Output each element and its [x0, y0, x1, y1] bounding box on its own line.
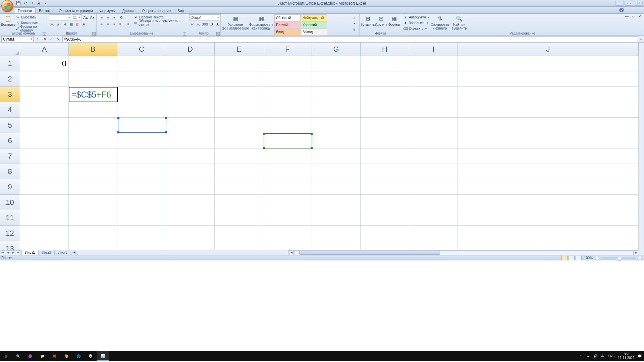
- task-app-5[interactable]: 🌐: [72, 351, 85, 361]
- row-header-11[interactable]: 11: [0, 210, 20, 226]
- cell-C10[interactable]: [117, 195, 166, 210]
- cell-D9[interactable]: [166, 179, 215, 195]
- cell-C8[interactable]: [117, 164, 166, 179]
- merge-center-button[interactable]: ⊞Объединить и поместить в центре: [133, 20, 185, 25]
- cell-H8[interactable]: [361, 164, 409, 179]
- tab-pagelayout[interactable]: Разметка страницы: [56, 8, 96, 13]
- task-app-excel[interactable]: 📊: [97, 351, 109, 361]
- cell-G4[interactable]: [312, 102, 361, 118]
- cell-I5[interactable]: [409, 118, 458, 133]
- style-input[interactable]: Ввод: [274, 28, 301, 35]
- alignment-launcher[interactable]: ↘: [183, 32, 186, 36]
- underline-button[interactable]: Ч: [62, 21, 68, 27]
- format-as-table-button[interactable]: ▦Форматировать как таблицу: [250, 14, 273, 30]
- view-normal-button[interactable]: [561, 256, 568, 260]
- active-cell-editor[interactable]: =$C$5+F6: [69, 87, 118, 102]
- col-header-E[interactable]: E: [215, 43, 263, 56]
- cell-D7[interactable]: [166, 148, 215, 164]
- style-normal[interactable]: Обычный: [274, 14, 301, 21]
- formula-bar-expand[interactable]: ⌄: [638, 36, 644, 42]
- cell-E12[interactable]: [215, 226, 263, 241]
- row-header-5[interactable]: 5: [0, 118, 20, 133]
- cell-extra[interactable]: [458, 164, 639, 179]
- row-header-6[interactable]: 6: [0, 133, 20, 148]
- align-bottom-button[interactable]: ≡: [111, 14, 117, 20]
- cell-F8[interactable]: [263, 164, 312, 179]
- cell-E7[interactable]: [215, 148, 263, 164]
- bold-button[interactable]: Ж: [49, 21, 55, 27]
- style-good[interactable]: Хороший: [301, 21, 327, 28]
- cell-D3[interactable]: [166, 87, 215, 102]
- row-header-2[interactable]: 2: [0, 71, 20, 87]
- sheet-tab-2[interactable]: Лист2: [38, 250, 55, 255]
- col-header-C[interactable]: C: [117, 43, 166, 56]
- row-header-1[interactable]: 1: [0, 56, 20, 71]
- cell-F11[interactable]: [263, 210, 312, 226]
- zoom-in-button[interactable]: +: [638, 256, 642, 260]
- cell-H2[interactable]: [361, 71, 409, 87]
- font-color-button[interactable]: A: [81, 21, 87, 27]
- cell-C12[interactable]: [117, 226, 166, 241]
- col-header-A[interactable]: A: [20, 43, 69, 56]
- percent-button[interactable]: %: [196, 21, 202, 27]
- save-icon[interactable]: 💾: [15, 1, 21, 6]
- cell-G8[interactable]: [312, 164, 361, 179]
- task-app-2[interactable]: 📁: [36, 351, 48, 361]
- font-name-combo[interactable]: ▾: [49, 14, 71, 20]
- align-center-button[interactable]: ≡: [105, 21, 111, 27]
- cell-A3[interactable]: [20, 87, 69, 102]
- task-app-4[interactable]: 🎨: [60, 351, 72, 361]
- decrease-decimal-button[interactable]: .0: [215, 21, 221, 27]
- col-header-H[interactable]: H: [361, 43, 409, 56]
- tab-data[interactable]: Данные: [119, 8, 139, 13]
- increase-indent-button[interactable]: ⇥: [124, 21, 130, 27]
- comma-button[interactable]: 000: [202, 21, 208, 27]
- cell-I9[interactable]: [409, 179, 458, 195]
- tray-clock[interactable]: 19:26 11.11.2021: [618, 352, 635, 360]
- cell-B8[interactable]: [69, 164, 117, 179]
- number-format-combo[interactable]: Общий▾: [189, 14, 220, 20]
- cell-extra[interactable]: [458, 118, 639, 133]
- cell-extra[interactable]: [458, 179, 639, 195]
- find-select-button[interactable]: 🔍Найти и выделить: [450, 14, 468, 30]
- tab-insert[interactable]: Вставка: [36, 8, 56, 13]
- select-all-button[interactable]: [0, 43, 20, 56]
- cell-A12[interactable]: [20, 226, 69, 241]
- cell-C9[interactable]: [117, 179, 166, 195]
- orientation-button[interactable]: ⟲: [118, 14, 124, 20]
- name-box[interactable]: СУММ▾: [1, 36, 34, 42]
- sheet-nav-first[interactable]: ⏮: [1, 250, 5, 255]
- qat-dropdown-icon[interactable]: ▾: [42, 1, 48, 6]
- sheet-nav-last[interactable]: ⏭: [16, 250, 20, 255]
- tray-cloud-icon[interactable]: ☁: [586, 354, 590, 358]
- cell-C4[interactable]: [117, 102, 166, 118]
- cell-E10[interactable]: [215, 195, 263, 210]
- tab-formulas[interactable]: Формулы: [96, 8, 119, 13]
- cell-extra[interactable]: [458, 87, 639, 102]
- delete-cells-button[interactable]: ⊟Удалить: [375, 14, 387, 26]
- cell-E3[interactable]: [215, 87, 263, 102]
- cell-extra[interactable]: [458, 102, 639, 118]
- start-button[interactable]: ⊞: [0, 351, 12, 361]
- cell-B11[interactable]: [69, 210, 117, 226]
- task-app-3[interactable]: 🧮: [48, 351, 60, 361]
- cell-B12[interactable]: [69, 226, 117, 241]
- row-header-4[interactable]: 4: [0, 102, 20, 118]
- vertical-scrollbar[interactable]: [639, 43, 644, 250]
- cell-I8[interactable]: [409, 164, 458, 179]
- redo-icon[interactable]: ↷: [29, 1, 35, 6]
- cell-H1[interactable]: [361, 56, 409, 71]
- zoom-out-button[interactable]: −: [595, 256, 599, 260]
- cell-G6[interactable]: [312, 133, 361, 148]
- font-launcher[interactable]: ↘: [92, 32, 96, 36]
- row-header-12[interactable]: 12: [0, 226, 20, 241]
- clipboard-launcher[interactable]: ↘: [43, 32, 46, 36]
- horizontal-scrollbar[interactable]: [294, 250, 634, 255]
- fill-color-button[interactable]: ◧: [74, 21, 80, 27]
- cell-G5[interactable]: [312, 118, 361, 133]
- cell-A10[interactable]: [20, 195, 69, 210]
- cell-E5[interactable]: [215, 118, 263, 133]
- cell-H7[interactable]: [361, 148, 409, 164]
- cell-extra[interactable]: [458, 226, 639, 241]
- col-header-G[interactable]: G: [312, 43, 361, 56]
